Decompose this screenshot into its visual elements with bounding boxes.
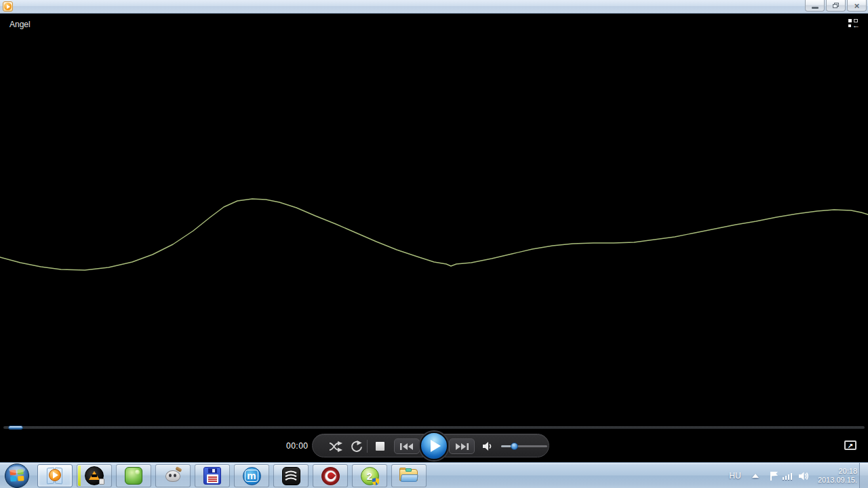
- transport-controls: 00:00: [0, 434, 868, 462]
- close-icon: ×: [854, 1, 860, 10]
- aimp-icon: [85, 466, 104, 485]
- up-chevron-icon: [752, 474, 759, 478]
- green-app-icon: [125, 467, 142, 485]
- play-button[interactable]: [420, 432, 448, 460]
- floppy-disk-icon: [203, 467, 221, 485]
- controls-divider: [367, 440, 368, 453]
- close-button[interactable]: ×: [847, 0, 867, 12]
- restore-button[interactable]: [826, 0, 846, 12]
- signal-bar-icon: [785, 476, 787, 480]
- controls-pill: [312, 434, 549, 457]
- network-status-button[interactable]: [781, 463, 793, 488]
- show-desktop-button[interactable]: [859, 463, 868, 488]
- repeat-icon: [350, 440, 363, 453]
- signal-bar-icon: [791, 473, 793, 480]
- stop-icon: [376, 442, 384, 451]
- stop-button[interactable]: [376, 442, 384, 451]
- shuffle-button[interactable]: [329, 441, 344, 455]
- visualization-wave: [0, 0, 868, 488]
- track-title: Angel: [9, 20, 31, 29]
- next-icon: [454, 443, 469, 451]
- hidden-icons-button[interactable]: [750, 463, 761, 488]
- windows-logo-icon: [3, 463, 31, 488]
- repeat-button[interactable]: [350, 440, 363, 455]
- wmp-app-icon[interactable]: [3, 1, 13, 12]
- red-ring-icon: [321, 467, 340, 485]
- taskbar-item-striped-disc[interactable]: [273, 464, 309, 487]
- speaker-icon: [482, 441, 493, 451]
- folder-icon: [399, 468, 419, 484]
- next-button[interactable]: [449, 438, 475, 454]
- striped-disc-icon: [282, 467, 300, 485]
- taskbar-item-aimp[interactable]: [77, 464, 112, 487]
- restore-icon: [833, 3, 839, 8]
- wmp-now-playing-window: × Angel ← 00:00: [0, 0, 868, 488]
- taskbar-item-gimp[interactable]: [155, 464, 191, 487]
- taskbar-item-green-app[interactable]: [116, 464, 151, 487]
- play-orb-icon: [4, 3, 12, 10]
- action-center-button[interactable]: [765, 463, 777, 488]
- minimize-icon: [812, 7, 818, 9]
- window-controls: ×: [805, 0, 867, 12]
- taskbar-apps: m 2: [37, 464, 427, 487]
- elapsed-time: 00:00: [286, 441, 309, 451]
- taskbar-item-commander[interactable]: [195, 464, 230, 487]
- tray-time: 20:18: [838, 467, 857, 476]
- mute-button[interactable]: [482, 441, 493, 454]
- fullscreen-arrow-icon: ↗: [848, 442, 853, 449]
- previous-icon: [399, 443, 414, 451]
- gimp-mascot-icon: [164, 468, 182, 484]
- taskbar-item-red-ring[interactable]: [313, 464, 348, 487]
- volume-thumb[interactable]: [511, 443, 518, 450]
- taskbar: m 2: [0, 462, 868, 488]
- grid-square-icon: [848, 19, 852, 22]
- view-full-screen-button[interactable]: ↗: [844, 440, 856, 450]
- seek-bar[interactable]: [3, 426, 865, 429]
- left-arrow-icon: ←: [852, 21, 860, 29]
- play-icon: [431, 440, 441, 452]
- volume-slider[interactable]: [501, 445, 547, 447]
- taskbar-item-maxthon[interactable]: m: [234, 464, 269, 487]
- maxthon-icon: m: [243, 467, 261, 485]
- aimp-indicator: [78, 466, 81, 486]
- previous-button[interactable]: [394, 438, 420, 454]
- taskbar-item-windows-media-player[interactable]: [37, 464, 73, 487]
- taskbar-item-explorer[interactable]: [391, 464, 427, 487]
- switch-to-library-button[interactable]: ←: [848, 18, 861, 29]
- title-bar: ×: [0, 0, 868, 14]
- clock[interactable]: 20:18 2013.09.15.: [806, 463, 857, 488]
- wmp-icon: [45, 467, 64, 485]
- grid-square-small-icon: [848, 24, 851, 27]
- minimize-button[interactable]: [805, 0, 825, 12]
- taskbar-item-green-2[interactable]: 2: [352, 464, 387, 487]
- language-indicator[interactable]: HU: [726, 463, 745, 488]
- start-button[interactable]: [3, 463, 31, 488]
- seek-thumb[interactable]: [8, 426, 23, 430]
- green-2-shield-icon: 2: [361, 467, 379, 485]
- flag-icon: [770, 472, 772, 481]
- signal-bar-icon: [783, 477, 785, 480]
- signal-bar-icon: [788, 474, 790, 480]
- shuffle-icon: [329, 441, 344, 452]
- tray-date: 2013.09.15.: [818, 476, 857, 485]
- now-playing-area: Angel ← 00:00: [0, 14, 868, 462]
